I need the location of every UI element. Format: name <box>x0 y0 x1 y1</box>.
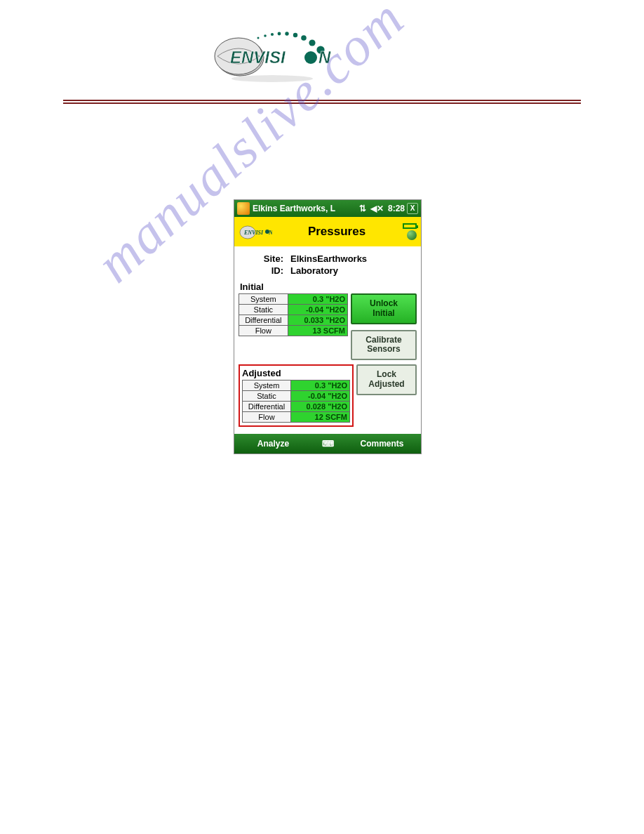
svg-point-9 <box>309 39 315 46</box>
unlock-initial-button[interactable]: Unlock Initial <box>351 293 417 324</box>
site-value: ElkinsEarthworks <box>290 253 367 264</box>
adjusted-differential-label: Differential <box>243 402 291 412</box>
svg-point-8 <box>301 35 307 41</box>
adjusted-readings-table: System0.3 "H2O Static-0.04 "H2O Differen… <box>242 380 350 423</box>
screen-title: Pressures <box>272 225 401 239</box>
initial-static-label: Static <box>239 305 288 315</box>
app-banner: ENVISI N Pressures <box>234 217 421 246</box>
initial-readings-table: System0.3 "H2O Static-0.04 "H2O Differen… <box>239 293 348 336</box>
initial-differential-value: 0.033 "H2O <box>288 315 347 326</box>
svg-point-12 <box>304 51 317 64</box>
svg-point-2 <box>257 37 260 39</box>
initial-system-label: System <box>239 294 288 305</box>
svg-point-7 <box>293 33 297 37</box>
svg-point-3 <box>264 34 267 37</box>
initial-flow-value: 13 SCFM <box>288 326 347 336</box>
initial-differential-label: Differential <box>239 315 288 326</box>
adjusted-differential-value: 0.028 "H2O <box>290 402 349 412</box>
initial-static-value: -0.04 "H2O <box>288 305 347 315</box>
table-row: System0.3 "H2O <box>243 380 350 391</box>
svg-point-4 <box>271 33 274 36</box>
table-row: Static-0.04 "H2O <box>243 391 350 402</box>
table-row: Differential0.033 "H2O <box>239 315 348 326</box>
adjusted-heading: Adjusted <box>242 368 350 378</box>
adjusted-static-value: -0.04 "H2O <box>290 391 349 402</box>
id-label: ID: <box>254 265 283 276</box>
close-button[interactable]: X <box>407 203 418 214</box>
id-value: Laboratory <box>290 265 338 276</box>
table-row: Flow13 SCFM <box>239 326 348 336</box>
refresh-icon[interactable] <box>407 230 417 240</box>
table-row: Flow12 SCFM <box>243 412 350 423</box>
windows-start-icon[interactable] <box>237 202 250 215</box>
table-row: Static-0.04 "H2O <box>239 305 348 315</box>
svg-point-5 <box>278 32 281 36</box>
device-screenshot: Elkins Earthworks, L ⇅ ◀✕ 8:28 X ENVISI … <box>234 199 422 454</box>
table-row: System0.3 "H2O <box>239 294 348 305</box>
table-row: Differential0.028 "H2O <box>243 402 350 412</box>
adjusted-static-label: Static <box>243 391 291 402</box>
initial-heading: Initial <box>240 282 417 292</box>
svg-text:N: N <box>318 48 331 67</box>
initial-flow-label: Flow <box>239 326 288 336</box>
adjusted-system-value: 0.3 "H2O <box>290 380 349 391</box>
calibrate-sensors-button[interactable]: Calibrate Sensors <box>351 330 417 361</box>
comments-button[interactable]: Comments <box>343 439 421 449</box>
svg-text:ENVISI: ENVISI <box>243 230 264 236</box>
adjusted-flow-label: Flow <box>243 412 291 423</box>
lock-adjusted-button[interactable]: Lock Adjusted <box>356 364 417 395</box>
clock-time: 8:28 <box>388 204 405 213</box>
adjusted-system-label: System <box>243 380 291 391</box>
connectivity-icon[interactable]: ⇅ <box>359 204 366 213</box>
window-titlebar: Elkins Earthworks, L ⇅ ◀✕ 8:28 X <box>234 200 421 217</box>
svg-point-14 <box>232 75 313 82</box>
header-divider <box>63 100 581 104</box>
adjusted-highlight-box: Adjusted System0.3 "H2O Static-0.04 "H2O… <box>239 364 354 427</box>
bottom-toolbar: Analyze ⌨ Comments <box>234 434 421 454</box>
analyze-button[interactable]: Analyze <box>234 439 312 449</box>
initial-system-value: 0.3 "H2O <box>288 294 347 305</box>
battery-icon <box>403 223 417 229</box>
svg-text:ENVISI: ENVISI <box>230 48 286 67</box>
window-title: Elkins Earthworks, L <box>253 204 357 213</box>
svg-point-6 <box>285 32 288 35</box>
site-label: Site: <box>254 253 283 264</box>
envision-mini-logo: ENVISI N <box>239 222 272 241</box>
adjusted-flow-value: 12 SCFM <box>290 412 349 423</box>
envision-logo: ENVISI N <box>203 28 358 87</box>
volume-icon[interactable]: ◀✕ <box>370 204 384 213</box>
keyboard-icon[interactable]: ⌨ <box>312 439 343 449</box>
